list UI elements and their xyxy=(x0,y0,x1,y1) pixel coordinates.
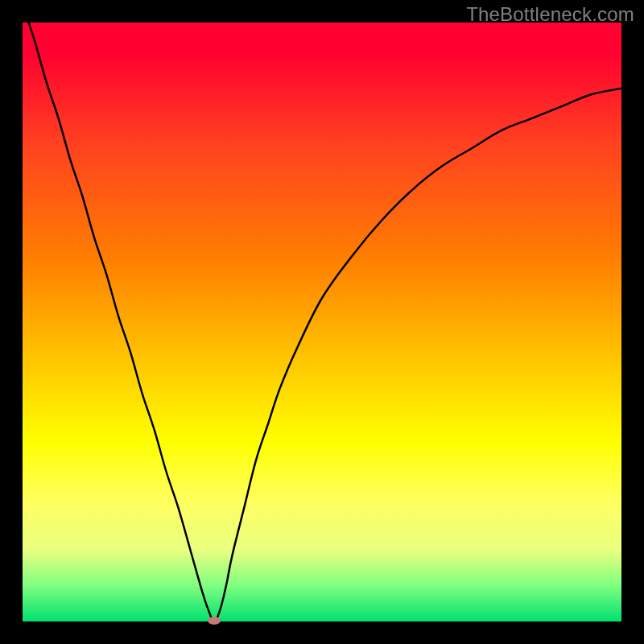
minimum-marker xyxy=(208,617,221,625)
watermark-text: TheBottleneck.com xyxy=(466,3,634,26)
bottleneck-curve xyxy=(23,23,621,621)
